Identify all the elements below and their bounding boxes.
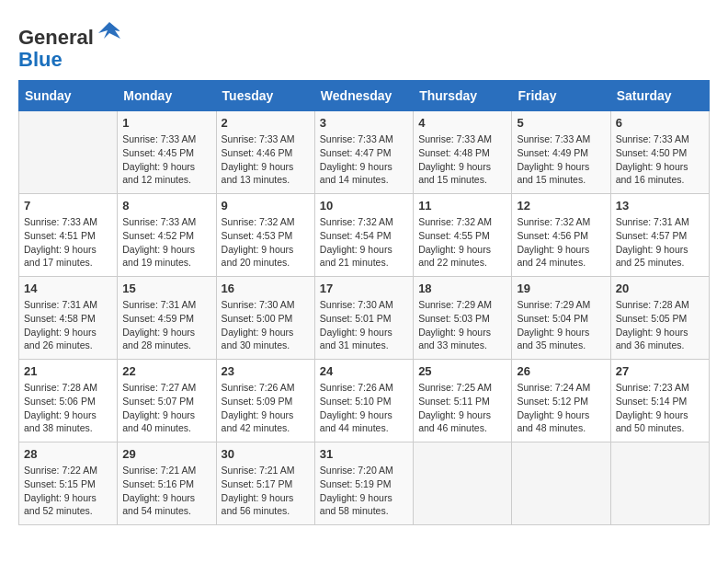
day-number: 15 [122, 282, 210, 295]
day-info: Sunrise: 7:33 AMSunset: 4:45 PMDaylight:… [122, 132, 210, 187]
day-number: 14 [24, 282, 112, 295]
day-info: Sunrise: 7:33 AMSunset: 4:52 PMDaylight:… [122, 215, 210, 270]
day-number: 21 [24, 364, 112, 378]
day-info: Sunrise: 7:23 AMSunset: 5:14 PMDaylight:… [616, 381, 704, 435]
calendar-cell: 14Sunrise: 7:31 AMSunset: 4:58 PMDayligh… [19, 277, 118, 360]
day-number: 16 [222, 282, 310, 295]
day-info: Sunrise: 7:32 AMSunset: 4:53 PMDaylight:… [222, 215, 310, 270]
weekday-header: Tuesday [216, 81, 314, 111]
calendar-cell [610, 442, 709, 525]
day-info: Sunrise: 7:33 AMSunset: 4:51 PMDaylight:… [24, 215, 112, 270]
calendar-week-row: 28Sunrise: 7:22 AMSunset: 5:15 PMDayligh… [19, 442, 710, 525]
day-number: 13 [616, 199, 704, 213]
calendar-cell: 12Sunrise: 7:32 AMSunset: 4:56 PMDayligh… [512, 194, 610, 277]
weekday-header: Friday [512, 81, 610, 111]
weekday-header: Saturday [610, 81, 709, 111]
day-info: Sunrise: 7:33 AMSunset: 4:50 PMDaylight:… [616, 132, 704, 187]
day-number: 6 [616, 116, 704, 130]
calendar-cell: 24Sunrise: 7:26 AMSunset: 5:10 PMDayligh… [314, 360, 413, 442]
day-info: Sunrise: 7:32 AMSunset: 4:54 PMDaylight:… [320, 215, 408, 270]
day-number: 18 [418, 282, 506, 295]
day-info: Sunrise: 7:29 AMSunset: 5:03 PMDaylight:… [418, 298, 506, 352]
calendar-cell: 29Sunrise: 7:21 AMSunset: 5:16 PMDayligh… [118, 442, 216, 525]
logo-bird-icon [97, 18, 122, 44]
calendar-cell: 25Sunrise: 7:25 AMSunset: 5:11 PMDayligh… [414, 360, 512, 442]
weekday-header: Thursday [414, 81, 512, 111]
day-info: Sunrise: 7:28 AMSunset: 5:05 PMDaylight:… [616, 298, 704, 352]
day-number: 23 [222, 364, 310, 378]
day-info: Sunrise: 7:33 AMSunset: 4:47 PMDaylight:… [320, 132, 408, 187]
day-info: Sunrise: 7:28 AMSunset: 5:06 PMDaylight:… [24, 381, 112, 435]
calendar-cell: 28Sunrise: 7:22 AMSunset: 5:15 PMDayligh… [19, 442, 118, 525]
day-info: Sunrise: 7:26 AMSunset: 5:09 PMDaylight:… [222, 381, 310, 435]
day-info: Sunrise: 7:21 AMSunset: 5:17 PMDaylight:… [222, 464, 310, 518]
day-info: Sunrise: 7:29 AMSunset: 5:04 PMDaylight:… [517, 298, 605, 352]
day-info: Sunrise: 7:22 AMSunset: 5:15 PMDaylight:… [24, 464, 112, 518]
weekday-header: Wednesday [314, 81, 413, 111]
day-number: 27 [616, 364, 704, 378]
day-number: 1 [122, 116, 210, 130]
calendar-cell: 19Sunrise: 7:29 AMSunset: 5:04 PMDayligh… [512, 277, 610, 360]
calendar-cell: 18Sunrise: 7:29 AMSunset: 5:03 PMDayligh… [414, 277, 512, 360]
calendar-cell: 27Sunrise: 7:23 AMSunset: 5:14 PMDayligh… [610, 360, 709, 442]
day-info: Sunrise: 7:31 AMSunset: 4:58 PMDaylight:… [24, 298, 112, 352]
calendar-week-row: 7Sunrise: 7:33 AMSunset: 4:51 PMDaylight… [19, 194, 710, 277]
calendar-cell [19, 111, 118, 194]
day-number: 25 [418, 364, 506, 378]
calendar-week-row: 1Sunrise: 7:33 AMSunset: 4:45 PMDaylight… [19, 111, 710, 194]
day-info: Sunrise: 7:21 AMSunset: 5:16 PMDaylight:… [122, 464, 210, 518]
calendar-cell: 26Sunrise: 7:24 AMSunset: 5:12 PMDayligh… [512, 360, 610, 442]
day-info: Sunrise: 7:31 AMSunset: 4:59 PMDaylight:… [122, 298, 210, 352]
day-number: 5 [517, 116, 605, 130]
day-number: 26 [517, 364, 605, 378]
day-number: 17 [320, 282, 408, 295]
day-number: 29 [122, 447, 210, 461]
calendar-cell: 15Sunrise: 7:31 AMSunset: 4:59 PMDayligh… [118, 277, 216, 360]
day-number: 9 [222, 199, 310, 213]
day-number: 11 [418, 199, 506, 213]
calendar-cell: 30Sunrise: 7:21 AMSunset: 5:17 PMDayligh… [216, 442, 314, 525]
day-info: Sunrise: 7:32 AMSunset: 4:55 PMDaylight:… [418, 215, 506, 270]
calendar-cell: 16Sunrise: 7:30 AMSunset: 5:00 PMDayligh… [216, 277, 314, 360]
weekday-header: Monday [118, 81, 216, 111]
logo: General Blue [18, 18, 122, 71]
calendar-cell: 31Sunrise: 7:20 AMSunset: 5:19 PMDayligh… [314, 442, 413, 525]
calendar-header: SundayMondayTuesdayWednesdayThursdayFrid… [19, 81, 710, 111]
day-number: 8 [122, 199, 210, 213]
calendar-cell [414, 442, 512, 525]
calendar-cell: 8Sunrise: 7:33 AMSunset: 4:52 PMDaylight… [118, 194, 216, 277]
calendar-cell: 6Sunrise: 7:33 AMSunset: 4:50 PMDaylight… [610, 111, 709, 194]
calendar-week-row: 14Sunrise: 7:31 AMSunset: 4:58 PMDayligh… [19, 277, 710, 360]
calendar-cell: 7Sunrise: 7:33 AMSunset: 4:51 PMDaylight… [19, 194, 118, 277]
day-info: Sunrise: 7:32 AMSunset: 4:56 PMDaylight:… [517, 215, 605, 270]
day-number: 2 [222, 116, 310, 130]
day-info: Sunrise: 7:30 AMSunset: 5:00 PMDaylight:… [222, 298, 310, 352]
day-number: 20 [616, 282, 704, 295]
day-info: Sunrise: 7:30 AMSunset: 5:01 PMDaylight:… [320, 298, 408, 352]
svg-marker-0 [98, 22, 120, 39]
day-number: 31 [320, 447, 408, 461]
logo-general: General [18, 26, 94, 49]
calendar-cell: 4Sunrise: 7:33 AMSunset: 4:48 PMDaylight… [414, 111, 512, 194]
day-number: 10 [320, 199, 408, 213]
calendar-cell: 23Sunrise: 7:26 AMSunset: 5:09 PMDayligh… [216, 360, 314, 442]
calendar-week-row: 21Sunrise: 7:28 AMSunset: 5:06 PMDayligh… [19, 360, 710, 442]
calendar-cell: 11Sunrise: 7:32 AMSunset: 4:55 PMDayligh… [414, 194, 512, 277]
calendar-cell: 20Sunrise: 7:28 AMSunset: 5:05 PMDayligh… [610, 277, 709, 360]
calendar-cell: 3Sunrise: 7:33 AMSunset: 4:47 PMDaylight… [314, 111, 413, 194]
calendar-cell: 17Sunrise: 7:30 AMSunset: 5:01 PMDayligh… [314, 277, 413, 360]
calendar-cell: 10Sunrise: 7:32 AMSunset: 4:54 PMDayligh… [314, 194, 413, 277]
page-header: General Blue [18, 18, 710, 71]
day-number: 7 [24, 199, 112, 213]
day-info: Sunrise: 7:26 AMSunset: 5:10 PMDaylight:… [320, 381, 408, 435]
calendar-cell: 21Sunrise: 7:28 AMSunset: 5:06 PMDayligh… [19, 360, 118, 442]
day-number: 19 [517, 282, 605, 295]
day-number: 4 [418, 116, 506, 130]
day-info: Sunrise: 7:31 AMSunset: 4:57 PMDaylight:… [616, 215, 704, 270]
day-number: 12 [517, 199, 605, 213]
weekday-row: SundayMondayTuesdayWednesdayThursdayFrid… [19, 81, 710, 111]
day-info: Sunrise: 7:33 AMSunset: 4:46 PMDaylight:… [222, 132, 310, 187]
day-info: Sunrise: 7:20 AMSunset: 5:19 PMDaylight:… [320, 464, 408, 518]
day-info: Sunrise: 7:25 AMSunset: 5:11 PMDaylight:… [418, 381, 506, 435]
calendar-body: 1Sunrise: 7:33 AMSunset: 4:45 PMDaylight… [19, 111, 710, 525]
